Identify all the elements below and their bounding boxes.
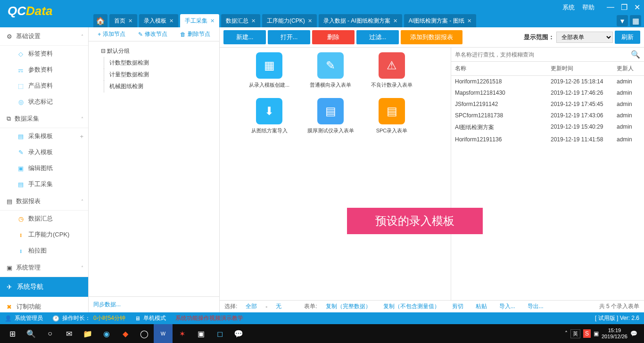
cube-icon: ⬚: [17, 82, 25, 90]
list-row[interactable]: SPCform121817382019-12-19 17:43:06admin: [451, 110, 644, 121]
tree-root[interactable]: ⊟ 默认分组: [93, 45, 215, 57]
tree-leaf[interactable]: 机械图纸检测: [93, 81, 215, 92]
close-icon[interactable]: ✕: [634, 3, 640, 12]
sidebar-item-collect-tpl[interactable]: ▤采集模板+: [0, 128, 88, 144]
list-row[interactable]: Horiform122615182019-12-26 15:18:14admin: [451, 76, 644, 87]
tab-3[interactable]: 数据汇总✕: [221, 14, 260, 27]
sidebar-item-pareto[interactable]: ⫾柏拉图: [0, 243, 88, 259]
wps-icon[interactable]: W: [154, 324, 173, 343]
sidebar-item-param[interactable]: ⚎参数资料: [0, 62, 88, 78]
gauge-icon: ▤: [317, 98, 344, 124]
tree-del-button[interactable]: 🗑删除节点: [180, 30, 210, 38]
clock[interactable]: 15:192019/12/26: [602, 327, 627, 340]
sidebar-item-status[interactable]: ◎状态标记: [0, 94, 88, 110]
close-icon[interactable]: ✕: [169, 18, 173, 24]
sidebar-group-basic[interactable]: ⚙基础设置˄: [0, 27, 88, 46]
chevron-icon: ˄: [81, 34, 83, 39]
tree-edit-button[interactable]: ✎修改节点: [138, 30, 167, 38]
sidebar-item-cpk[interactable]: ⫾工序能力(CPK): [0, 227, 88, 243]
tab-home[interactable]: 🏠: [93, 14, 107, 27]
tab-2[interactable]: 手工采集✕: [180, 14, 219, 27]
sidebar-group-system[interactable]: ▣系统管理˄: [0, 259, 88, 277]
sidebar-item-tag[interactable]: ◇标签资料: [0, 46, 88, 62]
select-none[interactable]: 无: [276, 302, 281, 310]
export[interactable]: 导出...: [528, 302, 544, 310]
tile-1[interactable]: ✎普通横向录入表单: [309, 52, 352, 89]
sidebar-item-input-tpl[interactable]: ✎录入模板: [0, 144, 88, 160]
range-select[interactable]: 全部表单: [556, 32, 613, 43]
delete-button[interactable]: 删除: [312, 30, 355, 44]
sidebar-item-manual[interactable]: ▤手工采集: [0, 176, 88, 192]
tabs-menu-icon[interactable]: ▾: [617, 15, 628, 26]
new-button[interactable]: 新建...: [223, 30, 266, 44]
tile-4[interactable]: ▤膜厚测试仪录入表单: [309, 98, 352, 134]
tray-up-icon[interactable]: ˄: [565, 330, 568, 337]
sidebar-nav-button[interactable]: ✈系统导航: [0, 277, 88, 297]
cortana-icon[interactable]: ○: [41, 324, 59, 343]
list-row[interactable]: Horiform121911362019-12-19 11:41:58admin: [451, 134, 644, 145]
tile-5[interactable]: ▤SPC录入表单: [371, 98, 413, 134]
app3-icon[interactable]: ▣: [191, 324, 210, 343]
addreport-button[interactable]: 添加到数据报表: [401, 30, 462, 44]
tree-leaf[interactable]: 计数型数据检测: [93, 57, 215, 69]
browser-icon[interactable]: ◉: [97, 324, 116, 343]
cut[interactable]: 剪切: [452, 302, 463, 310]
app-icon[interactable]: ◆: [116, 324, 135, 343]
close-icon[interactable]: ✕: [251, 18, 256, 24]
tab-0[interactable]: 首页✕: [109, 14, 137, 27]
tab-4[interactable]: 工序能力(CPK)✕: [262, 14, 317, 27]
search-icon[interactable]: 🔍: [631, 50, 640, 59]
close-icon[interactable]: ✕: [393, 18, 397, 24]
tree-add-button[interactable]: +添加节点: [98, 30, 125, 38]
close-icon[interactable]: ✕: [308, 18, 312, 24]
copy-part[interactable]: 复制（不包含测量值）: [383, 302, 440, 310]
minimize-icon[interactable]: —: [607, 3, 614, 12]
import[interactable]: 导入...: [499, 302, 515, 310]
list-row[interactable]: AI图纸检测方案2019-12-19 15:40:29admin: [451, 121, 644, 134]
filter-button[interactable]: 过滤...: [356, 30, 399, 44]
select-all[interactable]: 全部: [246, 302, 257, 310]
tree-leaf[interactable]: 计量型数据检测: [93, 69, 215, 81]
menu-help[interactable]: 帮助: [582, 3, 594, 12]
start-icon[interactable]: ⊞: [3, 324, 22, 343]
search-input[interactable]: [455, 51, 631, 58]
list-row[interactable]: Mapsform121814302019-12-19 17:46:26admin: [451, 87, 644, 98]
sidebar-item-product[interactable]: ⬚产品资料: [0, 78, 88, 94]
copy-full[interactable]: 复制（完整数据）: [326, 302, 371, 310]
explorer-icon[interactable]: 📁: [78, 324, 97, 343]
tile-2[interactable]: ⚠不良计数录入表单: [371, 52, 413, 89]
wechat-icon[interactable]: 💬: [229, 324, 248, 343]
tray-icon[interactable]: ▣: [594, 330, 599, 337]
tab-6[interactable]: AI图纸检测方案 - 图纸✕: [404, 14, 476, 27]
search-icon[interactable]: 🔍: [22, 324, 41, 343]
sidebar-group-collect[interactable]: ⧉数据采集˄: [0, 110, 88, 128]
app2-icon[interactable]: ✶: [173, 324, 191, 343]
tab-1[interactable]: 录入模板✕: [139, 14, 178, 27]
plus-icon[interactable]: +: [80, 133, 83, 140]
tabs-grid-icon[interactable]: ▦: [630, 15, 641, 26]
open-button[interactable]: 打开...: [268, 30, 310, 44]
sidebar-item-edit-draw[interactable]: ▣编辑图纸: [0, 160, 88, 176]
refresh-button[interactable]: 刷新: [615, 31, 640, 44]
close-icon[interactable]: ✕: [128, 18, 132, 24]
qcdata-icon[interactable]: ◻: [210, 324, 229, 343]
notification-icon[interactable]: 💬: [630, 330, 637, 337]
tab-5[interactable]: 录入数据 - AI图纸检测方案✕: [319, 14, 402, 27]
maximize-icon[interactable]: ❐: [621, 3, 627, 12]
sidebar-custom[interactable]: ✖订制功能: [0, 297, 88, 312]
sidebar-item-summary[interactable]: ◷数据汇总: [0, 211, 88, 227]
list-row[interactable]: JSform121911422019-12-19 17:45:45admin: [451, 98, 644, 110]
sogou-icon[interactable]: S: [583, 329, 591, 338]
menu-system[interactable]: 系统: [562, 3, 575, 12]
chrome-icon[interactable]: ◯: [135, 324, 154, 343]
paste[interactable]: 粘贴: [476, 302, 487, 310]
tree-sync-button[interactable]: 同步数据...: [89, 296, 219, 312]
close-icon[interactable]: ✕: [210, 18, 215, 24]
tile-0[interactable]: ▦从录入模板创建...: [248, 52, 290, 89]
tutorial-link[interactable]: 系统功能操作视频演示教学: [175, 314, 243, 322]
close-icon[interactable]: ✕: [467, 18, 471, 24]
sidebar-group-report[interactable]: ▤数据报表˄: [0, 192, 88, 211]
tile-3[interactable]: ⬇从图纸方案导入: [248, 98, 290, 134]
mail-icon[interactable]: ✉: [59, 324, 78, 343]
ime-indicator[interactable]: 英: [570, 329, 580, 338]
